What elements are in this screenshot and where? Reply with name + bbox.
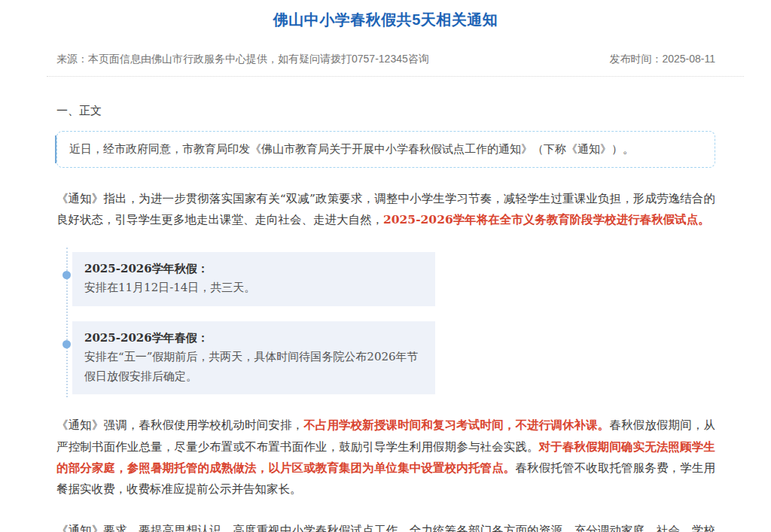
body-text: 《通知》强调，春秋假使用学校机动时间安排， [56, 418, 303, 432]
publish-time-label: 发布时间：2025-08-11 [609, 53, 715, 66]
paragraph-1: 《通知》指出，为进一步贯彻落实国家有关“双减”政策要求，调整中小学生学习节奏，减… [56, 188, 715, 230]
timeline-dot-icon [62, 271, 71, 279]
timeline-item-title: 2025-2026学年秋假： [84, 260, 423, 279]
timeline-dot-icon [62, 340, 71, 348]
meta-row: 来源：本页面信息由佛山市行政服务中心提供，如有疑问请拨打0757-12345咨询… [56, 53, 715, 66]
timeline-item: 2025-2026学年春假：安排在“五一”假期前后，共两天，具体时间待国务院公布… [72, 321, 435, 395]
page-title: 佛山中小学春秋假共5天相关通知 [0, 0, 771, 30]
lead-quote-box: 近日，经市政府同意，市教育局印发《佛山市教育局关于开展中小学春秋假试点工作的通知… [56, 131, 715, 168]
paragraph-3: 《通知》要求，要提高思想认识，高度重视中小学春秋假试点工作，全力统筹各部门各方面… [56, 520, 715, 532]
paragraph-2: 《通知》强调，春秋假使用学校机动时间安排，不占用学校新授课时间和复习考试时间，不… [56, 415, 715, 500]
section-heading: 一、正文 [56, 104, 715, 118]
source-label: 来源：本页面信息由佛山市行政服务中心提供，如有疑问请拨打0757-12345咨询 [56, 53, 429, 66]
timeline-item-title: 2025-2026学年春假： [84, 329, 423, 348]
timeline-item: 2025-2026学年秋假：安排在11月12日-14日，共三天。 [72, 252, 435, 306]
article-body: 近日，经市政府同意，市教育局印发《佛山市教育局关于开展中小学春秋假试点工作的通知… [56, 131, 715, 532]
emphasis-text: 不占用学校新授课时间和复习考试时间，不进行调休补课。 [303, 418, 609, 432]
dotted-divider [47, 76, 744, 77]
holiday-timeline: 2025-2026学年秋假：安排在11月12日-14日，共三天。2025-202… [66, 252, 715, 395]
timeline-item-body: 安排在11月12日-14日，共三天。 [84, 278, 423, 298]
timeline-item-body: 安排在“五一”假期前后，共两天，具体时间待国务院公布2026年节假日放假安排后确… [84, 348, 423, 386]
emphasis-text: 2025-2026学年将在全市义务教育阶段学校进行春秋假试点。 [383, 212, 710, 226]
body-text: 《通知》要求，要提高思想认识，高度重视中小学春秋假试点工作，全力统筹各部门各方面… [56, 524, 715, 532]
